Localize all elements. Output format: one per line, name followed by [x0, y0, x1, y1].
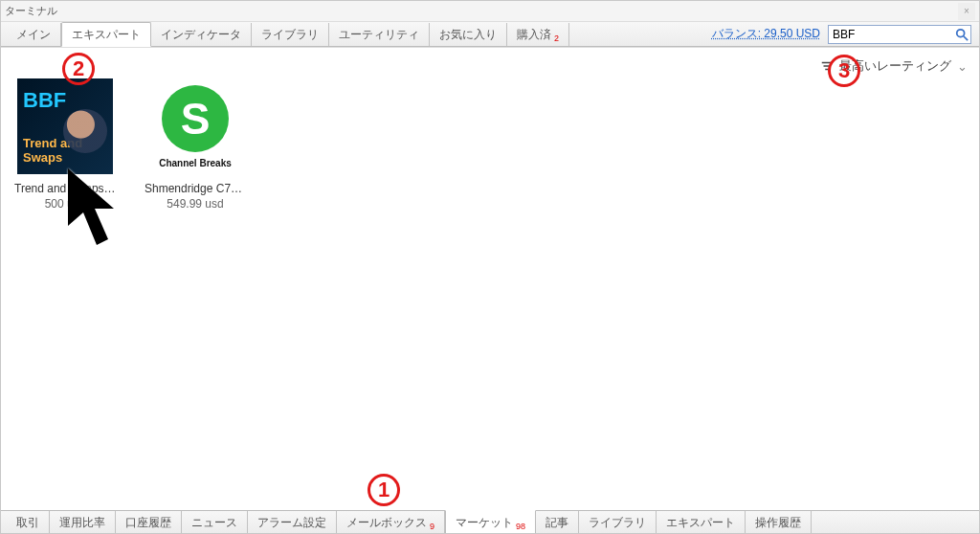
tab-library[interactable]: ライブラリ [252, 23, 329, 46]
category-tabs: メイン エキスパート インディケータ ライブラリ ユーティリティ お気に入り 購… [7, 22, 569, 46]
tab-favorite[interactable]: お気に入り [430, 23, 507, 46]
thumb-art [63, 109, 107, 153]
tab-mailbox[interactable]: メールボックス9 [337, 511, 445, 534]
balance-link[interactable]: バランス: 29.50 USD [712, 26, 820, 42]
title-bar: ターミナル × [1, 1, 979, 22]
badge-count: 98 [516, 522, 525, 531]
tab-trade[interactable]: 取引 [7, 511, 50, 534]
tab-indicator[interactable]: インディケータ [151, 23, 252, 46]
search-icon[interactable] [953, 26, 970, 43]
tab-alarm[interactable]: アラーム設定 [248, 511, 337, 534]
product-card[interactable]: BBF Trend and Swaps Trend and Swaps B...… [14, 78, 116, 211]
product-thumbnail: BBF Trend and Swaps [17, 78, 113, 174]
svg-line-1 [964, 35, 968, 39]
badge-count: 2 [554, 33, 559, 43]
thumb-caption: Channel Breaks [159, 158, 232, 168]
tab-expert[interactable]: エキスパート [657, 511, 746, 534]
window-title: ターミナル [5, 4, 57, 18]
tab-usage[interactable]: 運用比率 [50, 511, 116, 534]
tab-news[interactable]: ニュース [182, 511, 248, 534]
product-name: Shmendridge C7M... [145, 182, 246, 195]
sort-label: 最高いレーティング [839, 57, 951, 75]
tab-account-history[interactable]: 口座履歴 [116, 511, 182, 534]
tab-main[interactable]: メイン [7, 23, 61, 46]
tab-article[interactable]: 記事 [536, 511, 579, 534]
chevron-down-icon: ⌄ [957, 59, 968, 74]
tab-purchased[interactable]: 購入済2 [507, 23, 569, 46]
results-area: 最高いレーティング ⌄ BBF Trend and Swaps Trend an… [1, 47, 979, 510]
sort-dropdown[interactable]: 最高いレーティング ⌄ [820, 57, 968, 75]
tab-library[interactable]: ライブラリ [579, 511, 657, 534]
terminal-tabs: 取引 運用比率 口座履歴 ニュース アラーム設定 メールボックス9 マーケット9… [1, 510, 979, 533]
thumb-text-top: BBF [23, 88, 107, 113]
product-name: Trend and Swaps B... [14, 182, 116, 195]
tab-market[interactable]: マーケット98 [445, 510, 536, 534]
badge-count: 9 [430, 522, 434, 531]
tab-expert[interactable]: エキスパート [61, 22, 151, 47]
product-price: 549.99 usd [145, 197, 246, 211]
close-icon[interactable]: × [958, 3, 975, 20]
tab-operation-history[interactable]: 操作履歴 [746, 511, 812, 534]
top-toolbar: メイン エキスパート インディケータ ライブラリ ユーティリティ お気に入り 購… [1, 22, 979, 47]
product-card[interactable]: S Channel Breaks Shmendridge C7M... 549.… [145, 78, 246, 211]
thumb-letter: S [162, 85, 229, 152]
product-thumbnail: S Channel Breaks [147, 78, 243, 174]
search-input[interactable] [828, 25, 971, 44]
svg-point-0 [957, 29, 965, 36]
sort-icon [820, 59, 834, 73]
tab-utility[interactable]: ユーティリティ [329, 23, 430, 46]
product-price: 500 usd [14, 197, 116, 211]
